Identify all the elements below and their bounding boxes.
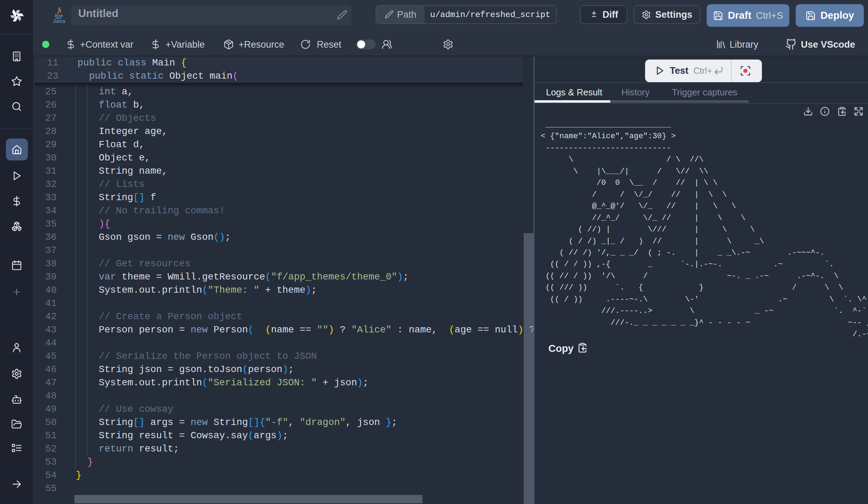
svg-text:Java: Java [53,18,65,24]
